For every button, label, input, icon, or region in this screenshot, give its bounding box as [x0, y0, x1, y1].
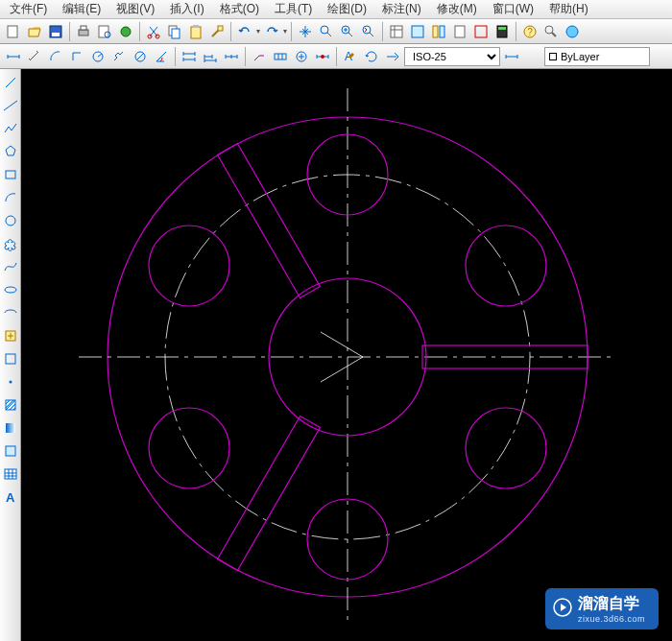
open-icon[interactable] [25, 22, 44, 41]
svg-rect-21 [440, 26, 444, 37]
hatch-icon[interactable] [1, 395, 20, 415]
menu-window[interactable]: 窗口(W) [487, 0, 540, 19]
svg-rect-22 [455, 26, 465, 37]
menu-modify[interactable]: 修改(M) [431, 0, 483, 19]
svg-rect-19 [412, 26, 423, 37]
baseline-dim-icon[interactable] [201, 47, 220, 66]
properties-icon[interactable] [387, 22, 406, 41]
match-prop-icon[interactable] [207, 22, 227, 41]
svg-point-29 [566, 26, 578, 37]
svg-rect-14 [218, 26, 223, 31]
quick-dim-icon[interactable] [180, 47, 199, 66]
menu-edit[interactable]: 编辑(E) [57, 0, 107, 19]
dim-style-update-icon[interactable] [502, 47, 521, 66]
dim-style-icon[interactable] [383, 47, 402, 66]
line-icon[interactable] [1, 73, 20, 92]
communication-icon[interactable] [563, 22, 582, 41]
svg-point-38 [5, 287, 16, 293]
svg-rect-40 [6, 354, 15, 364]
help-icon[interactable]: ? [520, 22, 540, 41]
dimstyle-combo[interactable]: ISO-25 [404, 47, 500, 66]
linear-dim-icon[interactable] [4, 47, 23, 66]
cut-icon[interactable] [144, 22, 163, 41]
zoom-realtime-icon[interactable] [317, 22, 336, 41]
svg-rect-47 [21, 69, 672, 641]
region-icon[interactable] [1, 441, 20, 461]
zoom-previous-icon[interactable] [359, 22, 378, 41]
aligned-dim-icon[interactable] [25, 47, 44, 66]
menu-format[interactable]: 格式(O) [214, 0, 265, 19]
save-icon[interactable] [46, 22, 65, 41]
print-icon[interactable] [74, 22, 93, 41]
ellipse-icon[interactable] [1, 280, 20, 299]
menu-annotate[interactable]: 标注(N) [376, 0, 427, 19]
svg-rect-18 [391, 26, 402, 37]
calc-icon[interactable] [492, 22, 512, 41]
svg-rect-36 [6, 171, 15, 178]
svg-rect-2 [52, 33, 60, 36]
polygon-icon[interactable] [1, 142, 20, 161]
svg-rect-13 [193, 25, 199, 28]
tolerance-icon[interactable] [271, 47, 290, 66]
center-mark-icon[interactable] [292, 47, 311, 66]
new-icon[interactable] [4, 22, 23, 41]
design-center-icon[interactable] [408, 22, 427, 41]
svg-rect-25 [498, 27, 506, 30]
svg-rect-44 [6, 446, 15, 456]
radius-dim-icon[interactable] [88, 47, 108, 66]
table-icon[interactable] [1, 464, 20, 484]
leader-icon[interactable] [250, 47, 269, 66]
menu-tools[interactable]: 工具(T) [269, 0, 318, 19]
revcloud-icon[interactable] [1, 234, 20, 253]
svg-rect-0 [8, 26, 17, 37]
gradient-icon[interactable] [1, 418, 20, 438]
undo-dropdown-icon[interactable]: ▾ [256, 27, 260, 36]
menu-file[interactable]: 文件(F) [4, 0, 53, 19]
svg-rect-43 [6, 423, 15, 433]
layer-color-combo[interactable]: ByLayer [544, 47, 650, 66]
color-swatch-icon [549, 53, 557, 60]
angular-dim-icon[interactable] [152, 47, 171, 66]
pan-icon[interactable] [296, 22, 315, 41]
markup-icon[interactable] [471, 22, 491, 41]
copy-icon[interactable] [165, 22, 184, 41]
polyline-icon[interactable] [1, 119, 20, 138]
insert-block-icon[interactable] [1, 326, 20, 345]
menu-help[interactable]: 帮助(H) [543, 0, 594, 19]
menu-view[interactable]: 视图(V) [110, 0, 160, 19]
drawing-canvas[interactable] [21, 69, 672, 641]
search-icon[interactable] [541, 22, 561, 41]
paste-icon[interactable] [186, 22, 205, 41]
svg-point-41 [9, 381, 12, 384]
publish-icon[interactable] [116, 22, 135, 41]
svg-rect-4 [81, 26, 86, 30]
menu-draw[interactable]: 绘图(D) [322, 0, 372, 19]
arc-icon[interactable] [1, 188, 20, 207]
mtext-icon[interactable]: A [1, 487, 20, 507]
dim-text-edit-icon[interactable]: A [341, 47, 360, 66]
make-block-icon[interactable] [1, 349, 20, 368]
rectangle-icon[interactable] [1, 165, 20, 184]
ordinate-dim-icon[interactable] [67, 47, 86, 66]
ellipse-arc-icon[interactable] [1, 303, 20, 322]
dim-edit-icon[interactable] [313, 47, 332, 66]
xline-icon[interactable] [1, 96, 20, 115]
circle-icon[interactable] [1, 211, 20, 230]
redo-dropdown-icon[interactable]: ▾ [283, 27, 287, 36]
point-icon[interactable] [1, 372, 20, 392]
sheet-set-icon[interactable] [450, 22, 469, 41]
tool-palette-icon[interactable] [429, 22, 448, 41]
arc-dim-icon[interactable] [46, 47, 65, 66]
print-preview-icon[interactable] [95, 22, 114, 41]
diameter-dim-icon[interactable] [131, 47, 150, 66]
svg-text:A: A [6, 490, 15, 505]
continue-dim-icon[interactable] [222, 47, 241, 66]
jog-dim-icon[interactable] [109, 47, 129, 66]
svg-text:?: ? [527, 27, 533, 37]
dim-update-icon[interactable] [362, 47, 381, 66]
menu-insert[interactable]: 插入(I) [164, 0, 209, 19]
spline-icon[interactable] [1, 257, 20, 276]
redo-icon[interactable] [262, 22, 281, 41]
undo-icon[interactable] [235, 22, 254, 41]
zoom-window-icon[interactable] [338, 22, 357, 41]
